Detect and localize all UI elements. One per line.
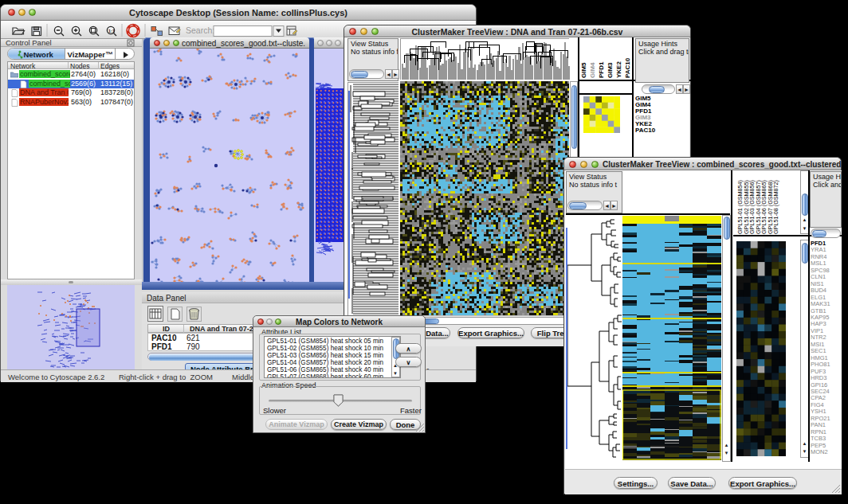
svg-text:Search:: Search: — [186, 25, 214, 35]
svg-text:PFD1: PFD1 — [598, 61, 605, 78]
svg-text:PAC10: PAC10 — [624, 57, 631, 78]
svg-text:GIM4: GIM4 — [589, 62, 596, 78]
svg-text:GPL51-08 (GSM872): GPL51-08 (GSM872) — [772, 180, 779, 234]
svg-text:YKE2: YKE2 — [615, 61, 622, 78]
svg-text:1:1: 1:1 — [108, 29, 115, 33]
svg-text:GIM3: GIM3 — [607, 62, 614, 78]
svg-text:GIM5: GIM5 — [580, 62, 587, 78]
